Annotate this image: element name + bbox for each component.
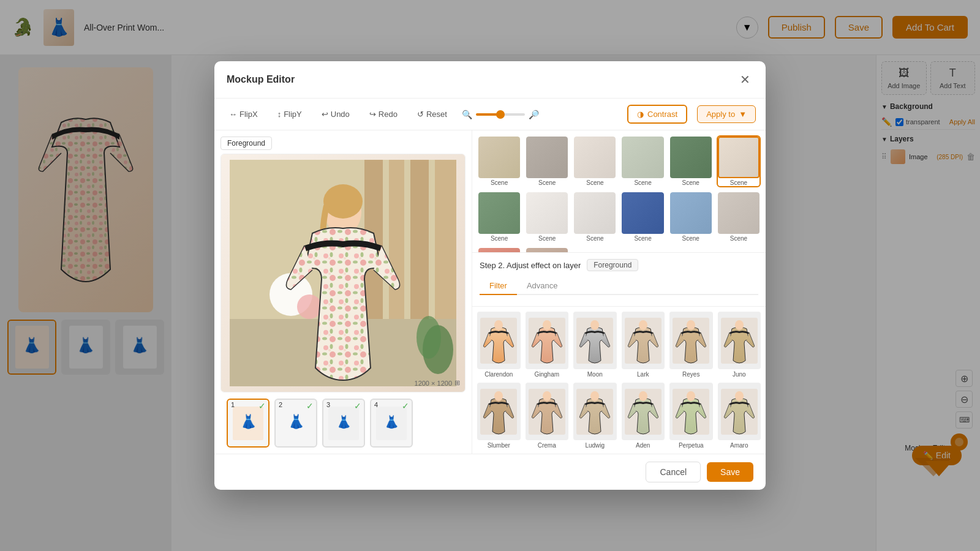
reset-button[interactable]: ↺ Reset — [412, 107, 452, 121]
filter-thumb-8 — [526, 383, 569, 440]
flipx-button[interactable]: ↔ FlipX — [224, 107, 263, 121]
zoom-in-icon: 🔎 — [529, 110, 539, 119]
scene-item-13[interactable]: Scene — [477, 247, 521, 253]
filter-item-lark[interactable]: Lark — [622, 312, 665, 378]
modal-title: Mockup Editor — [227, 74, 295, 85]
filter-item-crema[interactable]: Crema — [526, 383, 569, 449]
scene-thumb-10 — [622, 192, 663, 234]
modal-header: Mockup Editor ✕ — [214, 61, 766, 99]
scene-item-1[interactable]: Scene — [477, 135, 521, 187]
redo-button[interactable]: ↪ Redo — [364, 107, 402, 121]
filter-item-gingham[interactable]: Gingham — [526, 312, 569, 378]
scene-grid-container[interactable]: SceneSceneSceneSceneSceneSceneSceneScene… — [472, 130, 766, 253]
filter-label-5: Reyes — [669, 371, 713, 378]
svg-point-58 — [687, 391, 695, 401]
filter-label-1: Clarendon — [477, 371, 521, 378]
filter-thumb-3 — [573, 312, 617, 369]
svg-point-52 — [543, 391, 551, 401]
scene-thumb-3 — [574, 137, 616, 178]
canvas-preview: 1200 × 1200 ⊞ — [221, 154, 466, 392]
modal-toolbar: ↔ FlipX ↕ FlipY ↩ Undo ↪ Redo ↺ Reset 🔍 … — [214, 99, 766, 130]
svg-point-24 — [297, 294, 322, 319]
scene-item-10[interactable]: Scene — [620, 191, 665, 243]
scene-thumb-7 — [478, 192, 520, 234]
zoom-slider[interactable] — [476, 113, 525, 116]
filter-label-3: Moon — [573, 371, 617, 378]
filter-item-moon[interactable]: Moon — [573, 312, 617, 378]
scene-label-8: Scene — [526, 235, 568, 242]
svg-point-46 — [687, 320, 695, 330]
svg-point-28 — [417, 316, 441, 359]
save-modal-button[interactable]: Save — [707, 462, 753, 482]
page-thumb-2[interactable]: 2 ✓ 👗 — [274, 399, 317, 448]
svg-point-26 — [323, 184, 363, 219]
flipy-icon: ↕ — [277, 110, 282, 119]
step2-header: Step 2. Adjust effect on layer Foregroun… — [480, 259, 758, 271]
svg-point-44 — [639, 320, 647, 330]
filter-item-ludwig[interactable]: Ludwig — [573, 383, 617, 449]
filter-grid: Clarendon Gingham Moon — [477, 312, 761, 449]
svg-point-50 — [494, 391, 503, 401]
scene-label-5: Scene — [670, 179, 712, 186]
modal-close-button[interactable]: ✕ — [736, 71, 753, 88]
reset-icon: ↺ — [417, 110, 424, 119]
svg-point-38 — [494, 320, 503, 330]
filter-thumb-4 — [622, 312, 665, 369]
scene-thumb-1 — [478, 137, 520, 178]
page-thumb-3[interactable]: 3 ✓ 👗 — [322, 399, 365, 448]
scene-thumb-4 — [622, 137, 663, 178]
svg-text:👗: 👗 — [336, 414, 352, 429]
cancel-button[interactable]: Cancel — [646, 462, 701, 482]
filter-label-6: Juno — [718, 371, 761, 378]
advance-tab[interactable]: Advance — [517, 277, 568, 295]
scene-item-2[interactable]: Scene — [525, 135, 569, 187]
contrast-button[interactable]: ◑ Contrast — [627, 105, 687, 124]
scene-label-12: Scene — [718, 235, 760, 242]
apply-to-chevron-icon: ▼ — [739, 110, 747, 119]
scene-thumb-13 — [478, 248, 520, 253]
scene-thumb-11 — [670, 192, 712, 234]
scene-item-6[interactable]: Scene — [717, 135, 761, 187]
scene-item-9[interactable]: Scene — [573, 191, 617, 243]
svg-point-60 — [735, 391, 744, 401]
filter-item-perpetua[interactable]: Perpetua — [669, 383, 713, 449]
modal-footer: Cancel Save — [214, 454, 766, 490]
undo-button[interactable]: ↩ Undo — [317, 107, 355, 121]
filter-label-12: Amaro — [718, 442, 761, 449]
filter-label-7: Slumber — [477, 442, 521, 449]
scene-item-3[interactable]: Scene — [573, 135, 617, 187]
zoom-out-icon: 🔍 — [462, 110, 472, 119]
filter-thumb-10 — [622, 383, 665, 440]
scene-item-4[interactable]: Scene — [620, 135, 665, 187]
scene-label-6: Scene — [718, 179, 760, 186]
filter-tab[interactable]: Filter — [480, 277, 517, 295]
scene-item-8[interactable]: Scene — [525, 191, 569, 243]
scene-item-7[interactable]: Scene — [477, 191, 521, 243]
foreground-badge: Foreground — [587, 259, 638, 271]
filter-item-clarendon[interactable]: Clarendon — [477, 312, 521, 378]
page-thumb-1[interactable]: 1 ✓ 👗 — [227, 399, 270, 448]
page-thumb-4[interactable]: 4 ✓ 👗 — [370, 399, 413, 448]
scene-item-11[interactable]: Scene — [669, 191, 713, 243]
filter-item-slumber[interactable]: Slumber — [477, 383, 521, 449]
scene-item-12[interactable]: Scene — [717, 191, 761, 243]
svg-point-56 — [639, 391, 647, 401]
page-thumbnails: 1 ✓ 👗 2 ✓ 👗 3 ✓ 👗 4 ✓ 👗 — [221, 392, 466, 448]
zoom-slider-container: 🔍 🔎 — [462, 110, 539, 119]
scene-item-5[interactable]: Scene — [669, 135, 713, 187]
filter-item-amaro[interactable]: Amaro — [718, 383, 761, 449]
scene-item-14[interactable]: Scene — [525, 247, 569, 253]
flipx-icon: ↔ — [229, 110, 237, 119]
scene-thumb-14 — [526, 248, 568, 253]
mockup-editor-modal: Mockup Editor ✕ ↔ FlipX ↕ FlipY ↩ Undo ↪… — [214, 61, 766, 490]
filter-item-reyes[interactable]: Reyes — [669, 312, 713, 378]
svg-text:👗: 👗 — [240, 413, 257, 430]
scene-label-11: Scene — [670, 235, 712, 242]
scene-thumb-2 — [526, 137, 568, 178]
filter-item-aden[interactable]: Aden — [622, 383, 665, 449]
filter-item-juno[interactable]: Juno — [718, 312, 761, 378]
apply-to-button[interactable]: Apply to ▼ — [697, 105, 756, 123]
canvas-dimensions: 1200 × 1200 ⊞ — [415, 379, 460, 387]
filter-grid-container[interactable]: Clarendon Gingham Moon — [472, 307, 766, 454]
flipy-button[interactable]: ↕ FlipY — [273, 107, 307, 121]
